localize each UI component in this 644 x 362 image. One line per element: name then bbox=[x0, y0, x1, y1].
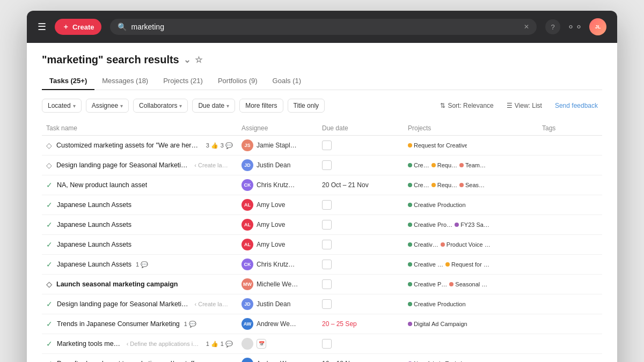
table-row[interactable]: ✓ Trends in Japanese Consumer Marketing … bbox=[42, 314, 602, 334]
collab-icon[interactable]: ⚬⚬ bbox=[567, 21, 583, 33]
calendar-icon[interactable] bbox=[322, 200, 332, 210]
star-icon[interactable]: ☆ bbox=[195, 55, 202, 65]
chevron-down-icon: ▾ bbox=[120, 103, 123, 109]
table-row[interactable]: ✓ Marketing tools meeting ‹ Define the a… bbox=[42, 334, 602, 354]
search-icon: 🔍 bbox=[118, 23, 127, 31]
due-date bbox=[318, 141, 404, 150]
task-name: Marketing tools meeting bbox=[57, 340, 122, 348]
project-tag[interactable]: Creative P… bbox=[408, 281, 447, 287]
calendar-icon[interactable] bbox=[322, 240, 332, 249]
calendar-icon[interactable] bbox=[322, 279, 332, 289]
search-clear-icon[interactable]: ✕ bbox=[524, 23, 529, 31]
table-row[interactable]: ◇ Design landing page for Seasonal Marke… bbox=[42, 156, 602, 175]
calendar-icon[interactable] bbox=[322, 260, 332, 269]
collaborators-filter[interactable]: Collaborators ▾ bbox=[133, 99, 188, 113]
filters-bar: Located ▾ Assignee ▾ Collaborators ▾ Due… bbox=[42, 99, 602, 113]
due-date-filter[interactable]: Due date ▾ bbox=[192, 99, 235, 113]
assignee-avatar: CK bbox=[241, 258, 253, 270]
table-row[interactable]: ◇ Launch seasonal marketing campaign MW … bbox=[42, 275, 602, 294]
table-row[interactable]: ✓ NA, New product launch asset CK Chris … bbox=[42, 175, 602, 195]
complete-icon: ✓ bbox=[46, 220, 53, 229]
project-tag[interactable]: Creative Pro… bbox=[408, 221, 452, 228]
table-row[interactable]: ✓ Design landing page for Seasonal Marke… bbox=[42, 294, 602, 314]
task-badge: 3 👍 bbox=[206, 142, 218, 149]
search-bar: 🔍 ✕ bbox=[110, 19, 537, 35]
sort-button[interactable]: ⇅ Sort: Relevance bbox=[436, 99, 497, 112]
table-row[interactable]: ✓ Japanese Launch Assets 1 💬 CK Chris Kr… bbox=[42, 255, 602, 275]
project-tag[interactable]: Requ… bbox=[431, 162, 457, 168]
tab-goals[interactable]: Goals (1) bbox=[265, 72, 309, 90]
app-window: ☰ ＋ Create 🔍 ✕ ? ⚬⚬ JL "marketing" searc… bbox=[27, 11, 617, 362]
complete-icon: ✓ bbox=[46, 201, 53, 209]
assignee-avatar: MW bbox=[241, 278, 253, 290]
assignee-cell: 📅 bbox=[237, 338, 318, 350]
table-row[interactable]: ✓ Day after launch post to marketing and… bbox=[42, 354, 602, 362]
project-tag[interactable]: Product Voice … bbox=[441, 241, 491, 248]
task-name-cell: ✓ Trends in Japanese Consumer Marketing … bbox=[42, 320, 237, 328]
calendar-icon[interactable] bbox=[322, 141, 332, 150]
project-tag[interactable]: Creative … bbox=[408, 261, 443, 268]
task-name: Trends in Japanese Consumer Marketing bbox=[57, 320, 180, 328]
menu-icon[interactable]: ☰ bbox=[38, 21, 46, 33]
page-title: "marketing" search results bbox=[42, 54, 179, 66]
search-input[interactable] bbox=[131, 23, 519, 31]
located-filter[interactable]: Located ▾ bbox=[42, 99, 82, 113]
project-tag[interactable]: Requ… bbox=[431, 182, 457, 188]
project-dot bbox=[408, 322, 412, 326]
calendar-icon[interactable]: 📅 bbox=[257, 339, 266, 349]
assignee-filter[interactable]: Assignee ▾ bbox=[86, 99, 129, 113]
tab-messages[interactable]: Messages (18) bbox=[94, 72, 156, 90]
table-header: Task name Assignee Due date Projects Tag… bbox=[42, 121, 602, 136]
table-row[interactable]: ◇ Customized marketing assets for "We ar… bbox=[42, 136, 602, 156]
help-button[interactable]: ? bbox=[545, 19, 560, 34]
project-tag[interactable]: Cre… bbox=[408, 182, 429, 188]
task-name: Design landing page for Seasonal Marketi… bbox=[56, 161, 190, 169]
table-row[interactable]: ✓ Japanese Launch Assets AL Amy Love Cre… bbox=[42, 215, 602, 235]
table-row[interactable]: ✓ Japanese Launch Assets AL Amy Love Cre… bbox=[42, 235, 602, 255]
task-badge: 1 💬 bbox=[221, 341, 233, 348]
task-name: Day after launch post to marketing and/o… bbox=[57, 360, 194, 362]
project-tag[interactable]: FY23 Sa… bbox=[455, 221, 489, 228]
project-dot bbox=[408, 183, 412, 187]
page-title-row: "marketing" search results ⌄ ☆ bbox=[42, 54, 602, 66]
title-only-button[interactable]: Title only bbox=[288, 99, 325, 113]
project-tag[interactable]: Seasonal … bbox=[449, 281, 487, 287]
project-tag[interactable]: Team… bbox=[459, 162, 486, 168]
milestone-icon: ◇ bbox=[46, 161, 52, 169]
project-tag[interactable]: Request for … bbox=[445, 261, 489, 268]
calendar-icon[interactable] bbox=[322, 220, 332, 230]
task-name-cell: ✓ Japanese Launch Assets bbox=[42, 201, 237, 209]
project-tag[interactable]: Creative Production NA bbox=[408, 301, 467, 307]
feedback-button[interactable]: Send feedback bbox=[551, 99, 602, 112]
tab-projects[interactable]: Projects (21) bbox=[156, 72, 210, 90]
calendar-icon[interactable] bbox=[322, 339, 332, 349]
view-button[interactable]: ☰ View: List bbox=[502, 99, 546, 112]
tab-tasks[interactable]: Tasks (25+) bbox=[42, 72, 94, 90]
project-tag[interactable]: Seas… bbox=[459, 182, 485, 188]
project-tag[interactable]: Request for Creative Product… bbox=[408, 142, 467, 149]
chevron-down-icon: ▾ bbox=[73, 103, 76, 109]
create-button[interactable]: ＋ Create bbox=[55, 19, 101, 35]
project-tag[interactable]: Creative Production APAC bbox=[408, 202, 467, 208]
table-row[interactable]: ✓ Japanese Launch Assets AL Amy Love Cre… bbox=[42, 195, 602, 215]
assignee-cell: AW Andrew We… bbox=[237, 358, 318, 362]
tab-portfolios[interactable]: Portfolios (9) bbox=[210, 72, 265, 90]
task-name: NA, New product launch asset bbox=[57, 181, 147, 189]
calendar-icon[interactable] bbox=[322, 160, 332, 170]
complete-icon: ✓ bbox=[46, 181, 53, 189]
user-avatar[interactable]: JL bbox=[589, 18, 606, 35]
calendar-icon[interactable] bbox=[322, 299, 332, 309]
project-tag[interactable]: Creativ… bbox=[408, 241, 438, 248]
dropdown-icon[interactable]: ⌄ bbox=[184, 55, 191, 65]
due-date bbox=[318, 220, 404, 230]
more-filters-button[interactable]: More filters bbox=[239, 99, 283, 113]
task-name-cell: ◇ Launch seasonal marketing campaign bbox=[42, 280, 237, 289]
tabs-bar: Tasks (25+) Messages (18) Projects (21) … bbox=[42, 72, 602, 90]
assignee-cell: CK Chris Krutz… bbox=[237, 258, 318, 270]
project-tag[interactable]: Digital Ad Campaign – Japan bbox=[408, 321, 467, 327]
due-date bbox=[318, 339, 404, 349]
assignee-cell: AL Amy Love bbox=[237, 199, 318, 211]
project-tag[interactable]: Cre… bbox=[408, 162, 429, 168]
assignee-name: Amy Love bbox=[257, 221, 285, 228]
assignee-name: Chris Krutz… bbox=[257, 261, 295, 268]
